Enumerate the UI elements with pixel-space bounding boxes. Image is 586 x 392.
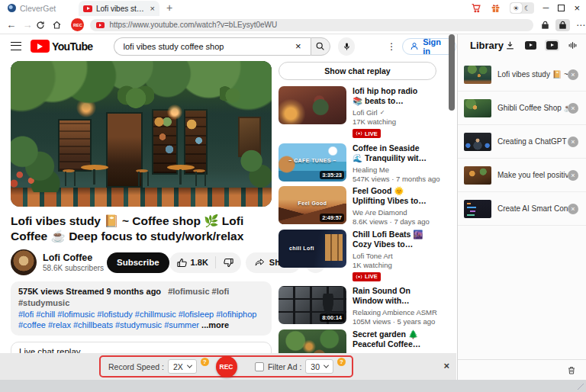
related-video-title[interactable]: lofi hip hop radio 📚 beats to relax/stud…: [353, 86, 427, 106]
related-video-title[interactable]: Chill Lofi Beats 🌆 Cozy Vibes to Relax /…: [353, 230, 427, 249]
like-button[interactable]: 1.8K: [169, 257, 215, 268]
hashtag-links: #lofi #chill #lofimusic #lofistudy #chil…: [18, 309, 264, 330]
art-stool3: [193, 169, 205, 186]
youtube-logo[interactable]: YouTube: [31, 40, 93, 53]
related-thumbnail[interactable]: Feel Good 2:49:57: [279, 186, 346, 224]
show-chat-replay-button[interactable]: Show chat replay: [279, 62, 436, 80]
refresh-button[interactable]: [36, 21, 52, 30]
clear-search-icon[interactable]: ×: [292, 40, 304, 52]
filter-ad-checkbox[interactable]: [255, 362, 264, 371]
dark-mode-icon[interactable]: ☾: [522, 3, 533, 13]
lock-icon[interactable]: [541, 21, 549, 30]
library-header: Library: [458, 34, 586, 56]
related-thumbnail[interactable]: chill Lofi: [279, 230, 346, 268]
related-video-item[interactable]: chill Lofi Chill Lofi Beats 🌆 Cozy Vibes…: [279, 230, 440, 283]
filter-ad-select[interactable]: 30: [305, 359, 333, 374]
video-library-icon[interactable]: [523, 40, 538, 51]
window-close-button[interactable]: ×: [574, 3, 580, 13]
download-icon[interactable]: [504, 39, 517, 52]
clevergt-logo-icon: [8, 4, 16, 12]
back-button[interactable]: ←: [3, 19, 19, 31]
resize-grip[interactable]: [578, 384, 584, 390]
related-video-item[interactable]: Feel Good 2:49:57 Feel Good 🌞 Uplifting …: [279, 186, 440, 226]
related-video-title[interactable]: Feel Good 🌞 Uplifting Vibes to Brighten …: [353, 186, 427, 206]
related-thumbnail[interactable]: 8:00:14: [279, 286, 346, 324]
related-channel-name[interactable]: Lofi Tone Art: [353, 252, 393, 260]
header-more-icon[interactable]: ⋮: [387, 41, 394, 52]
related-channel: Relaxing Ambience ASMR: [353, 308, 427, 316]
related-video-title[interactable]: Rain Sound On Window with Thunder Sounds…: [353, 286, 427, 306]
subscribe-button[interactable]: Subscribe: [107, 252, 169, 273]
live-badge: LIVE: [353, 272, 381, 281]
related-video-info: Rain Sound On Window with Thunder Sounds…: [353, 286, 427, 326]
browser-menu-button[interactable]: ⋯: [576, 20, 586, 31]
video-player[interactable]: [11, 61, 272, 207]
minimize-button[interactable]: ─: [543, 4, 549, 12]
page-scrollbar[interactable]: [449, 34, 455, 111]
related-channel-name[interactable]: Relaxing Ambience ASMR: [353, 308, 437, 316]
art-hanging-plant: [118, 82, 154, 109]
clevergt-window: CleverGet Lofi vibes study 📔 ~ × + ☀ ☾ ─…: [0, 0, 586, 392]
browser-tab[interactable]: Lofi vibes study 📔 ~ ×: [79, 1, 159, 16]
related-channel-name[interactable]: Lofi Girl: [353, 108, 378, 117]
filter-ad-label: Filter Ad :: [268, 362, 301, 371]
duration-badge: 2:49:57: [320, 214, 344, 222]
new-tab-button[interactable]: +: [166, 2, 172, 14]
home-button[interactable]: [52, 21, 68, 30]
library-item-remove-icon[interactable]: ×: [568, 170, 578, 181]
channel-info[interactable]: Lofi Coffee 58.6K subscribers: [43, 252, 102, 272]
dislike-button[interactable]: [216, 257, 241, 268]
forward-button[interactable]: →: [19, 19, 35, 31]
library-item-remove-icon[interactable]: ×: [568, 137, 578, 147]
record-button[interactable]: REC: [216, 356, 237, 378]
url-text: https://www.youtube.com/watch?v=bLEysyt0…: [109, 21, 277, 29]
related-video-title[interactable]: Coffee in Seaside 🌊 Tranquility with Lof…: [353, 143, 427, 163]
speed-help-icon[interactable]: ?: [201, 358, 209, 366]
channel-row: Lofi Coffee 58.6K subscribers Subscribe …: [11, 249, 272, 275]
theme-toggle[interactable]: ☀ ☾: [510, 2, 534, 14]
related-channel-name[interactable]: Healing Me: [353, 165, 389, 174]
related-thumbnail[interactable]: [279, 86, 346, 124]
trash-icon[interactable]: [567, 365, 576, 375]
search-button[interactable]: [311, 37, 330, 56]
related-thumbnail[interactable]: ~ CAFE TUNES ~ 3:35:23: [279, 143, 346, 182]
record-speed-value: 2X: [173, 362, 183, 371]
recorder-library-icon[interactable]: [545, 40, 559, 51]
related-video-item[interactable]: ~ CAFE TUNES ~ 3:35:23 Coffee in Seaside…: [279, 143, 440, 183]
library-item[interactable]: Lofi vibes study 📔 ~ Cof... ×: [458, 58, 586, 92]
related-video-info: Chill Lofi Beats 🌆 Cozy Vibes to Relax /…: [353, 230, 427, 283]
related-video-item[interactable]: lofi hip hop radio 📚 beats to relax/stud…: [279, 86, 440, 140]
library-item[interactable]: Make you feel positive an... ×: [458, 159, 586, 192]
library-item[interactable]: Ghibli Coffee Shop ☕ M... ×: [458, 92, 586, 125]
record-speed-label: Record Speed :: [108, 362, 164, 371]
show-more-link[interactable]: ...more: [201, 320, 229, 329]
filter-help-icon[interactable]: ?: [337, 358, 346, 366]
library-item[interactable]: Create AI Smart Contract ... ×: [458, 192, 586, 226]
light-mode-icon[interactable]: ☀: [510, 3, 522, 13]
library-item-remove-icon[interactable]: ×: [568, 204, 578, 214]
channel-avatar[interactable]: [11, 249, 37, 275]
record-toolbar-close-icon[interactable]: ×: [443, 361, 449, 371]
tab-close-icon[interactable]: ×: [150, 5, 155, 13]
description-card[interactable]: 575K views Streamed 9 months ago #lofimu…: [11, 281, 272, 336]
menu-hamburger-icon[interactable]: [11, 42, 21, 50]
library-item[interactable]: Creating a ChatGPT Contr... ×: [458, 125, 586, 159]
channel-name[interactable]: Lofi Coffee: [43, 252, 102, 263]
library-item-remove-icon[interactable]: ×: [568, 103, 578, 114]
maximize-button[interactable]: [558, 5, 565, 11]
gift-icon[interactable]: [491, 3, 501, 13]
audio-library-icon[interactable]: [566, 39, 579, 52]
library-thumbnail: [464, 99, 491, 117]
record-speed-select[interactable]: 2X: [168, 359, 197, 374]
cart-icon[interactable]: [471, 3, 481, 13]
privacy-lock-button[interactable]: [555, 19, 570, 31]
related-video-title[interactable]: Secret garden 🌲 Peaceful Coffee Shop 🌿 L…: [353, 329, 427, 349]
related-video-item[interactable]: 8:00:14 Rain Sound On Window with Thunde…: [279, 286, 440, 326]
related-channel-name[interactable]: We Are Diamond: [353, 208, 407, 217]
library-item-remove-icon[interactable]: ×: [568, 69, 578, 80]
voice-search-button[interactable]: [338, 37, 355, 56]
search-input[interactable]: lofi vibes study coffee shop ×: [114, 37, 311, 56]
toolbar-record-button[interactable]: REC: [71, 18, 84, 31]
address-bar[interactable]: https://www.youtube.com/watch?v=bLEysyt0…: [90, 19, 533, 31]
library-list: Lofi vibes study 📔 ~ Cof... × Ghibli Cof…: [458, 58, 586, 226]
